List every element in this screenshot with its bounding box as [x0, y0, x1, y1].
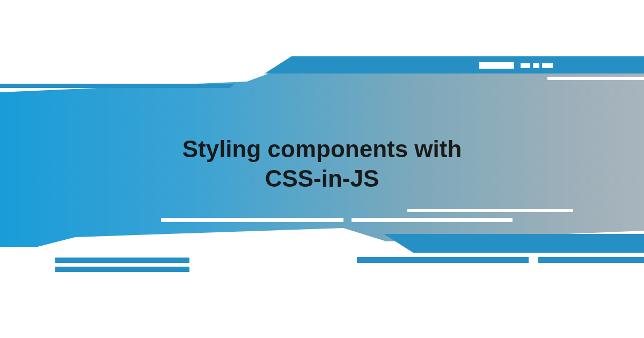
accent-bar	[352, 218, 513, 222]
accent-bar	[55, 258, 189, 263]
accent-bar	[547, 77, 644, 80]
accent-tick	[533, 63, 539, 68]
accent-bar	[161, 218, 343, 222]
accent-tick	[542, 63, 553, 68]
accent-bar	[479, 62, 514, 69]
accent-bar	[357, 257, 529, 263]
title-line-1: Styling components with	[182, 136, 462, 162]
accent-bar	[384, 234, 644, 253]
accent-bar	[407, 209, 573, 212]
accent-bar	[538, 257, 644, 263]
banner-title: Styling components with CSS-in-JS	[0, 134, 644, 193]
accent-bar	[55, 267, 189, 272]
title-line-2: CSS-in-JS	[265, 165, 379, 192]
accent-bar	[265, 56, 644, 74]
accent-tick	[521, 63, 530, 68]
accent-bar	[200, 84, 235, 88]
accent-bar	[0, 84, 203, 88]
